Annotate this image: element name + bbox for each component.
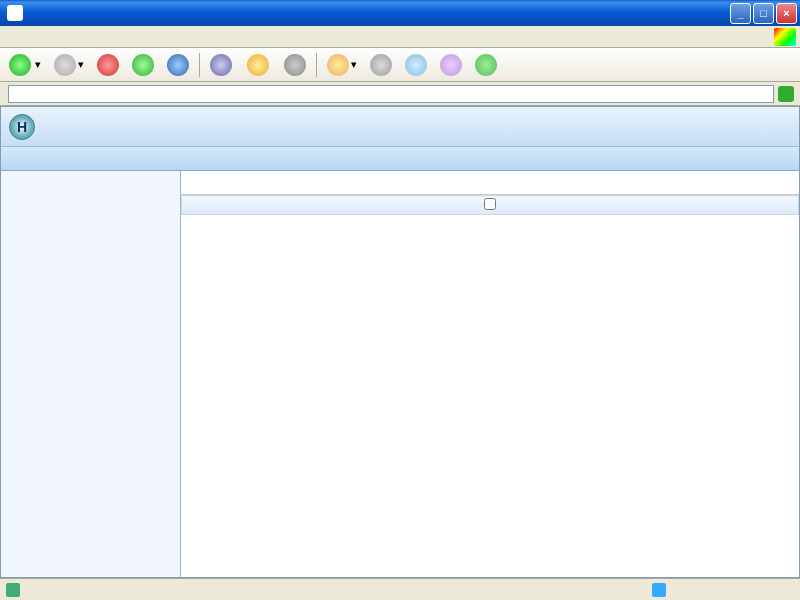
- menu-file[interactable]: [4, 35, 16, 39]
- forward-icon: [54, 54, 76, 76]
- select-all-header[interactable]: [182, 196, 799, 215]
- maximize-button[interactable]: □: [753, 3, 774, 24]
- app-logo-icon: H: [9, 114, 35, 140]
- back-icon: [9, 54, 31, 76]
- search-button[interactable]: [205, 51, 239, 79]
- menu-edit[interactable]: [16, 35, 28, 39]
- main-panel: [181, 171, 799, 577]
- ie-toolbar: ▾ ▾ ▾: [0, 48, 800, 82]
- edit-button[interactable]: [400, 51, 432, 79]
- grid-header: [181, 171, 799, 195]
- messenger-button[interactable]: [470, 51, 502, 79]
- select-all-checkbox[interactable]: [484, 198, 496, 210]
- back-button[interactable]: ▾: [4, 51, 46, 79]
- data-grid: [181, 195, 799, 577]
- history-icon: [284, 54, 306, 76]
- menu-favorites[interactable]: [40, 35, 52, 39]
- refresh-button[interactable]: [127, 51, 159, 79]
- menu-tools[interactable]: [52, 35, 64, 39]
- app-icon: [7, 5, 23, 21]
- window-titlebar: _ □ ×: [0, 0, 800, 26]
- print-button[interactable]: [365, 51, 397, 79]
- refresh-icon: [132, 54, 154, 76]
- favorites-button[interactable]: [242, 51, 276, 79]
- minimize-button[interactable]: _: [730, 3, 751, 24]
- history-button[interactable]: [279, 51, 311, 79]
- tab-bar: [1, 147, 799, 171]
- go-button[interactable]: [778, 86, 796, 102]
- menu-view[interactable]: [28, 35, 40, 39]
- edit-icon: [405, 54, 427, 76]
- home-icon: [167, 54, 189, 76]
- ie-logo-icon: [774, 28, 796, 46]
- mail-button[interactable]: ▾: [322, 51, 362, 79]
- close-button[interactable]: ×: [776, 3, 797, 24]
- address-input[interactable]: [8, 85, 774, 103]
- discuss-button[interactable]: [435, 51, 467, 79]
- home-button[interactable]: [162, 51, 194, 79]
- done-icon: [6, 583, 20, 597]
- stop-icon: [97, 54, 119, 76]
- separator: [199, 53, 200, 77]
- print-icon: [370, 54, 392, 76]
- discuss-icon: [440, 54, 462, 76]
- app-header: H: [1, 107, 799, 147]
- menu-bar: [0, 26, 800, 48]
- zone-icon: [652, 583, 666, 597]
- status-bar: [0, 578, 800, 600]
- search-icon: [210, 54, 232, 76]
- tree-panel: [1, 171, 181, 577]
- menu-help[interactable]: [64, 35, 76, 39]
- star-icon: [247, 54, 269, 76]
- messenger-icon: [475, 54, 497, 76]
- separator: [316, 53, 317, 77]
- forward-button[interactable]: ▾: [49, 51, 89, 79]
- mail-icon: [327, 54, 349, 76]
- go-icon: [778, 86, 794, 102]
- stop-button[interactable]: [92, 51, 124, 79]
- page-content: H: [0, 106, 800, 578]
- address-bar: [0, 82, 800, 106]
